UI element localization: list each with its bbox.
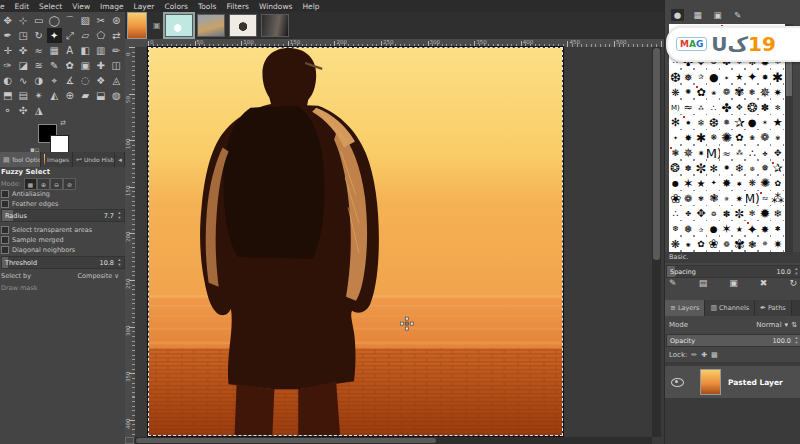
tool-ellipse-select-icon[interactable]: ◯ — [47, 13, 63, 28]
brush-cell[interactable]: ✽ — [720, 206, 733, 221]
brush-cell[interactable]: ✰ — [771, 161, 784, 176]
brush-cell[interactable]: ❆ — [669, 221, 682, 236]
brush-cell[interactable]: ✻ — [669, 115, 682, 130]
tool-tool-41-icon[interactable]: ⬒ — [0, 88, 16, 103]
tool-rotate-icon[interactable]: ↻ — [31, 28, 47, 43]
brush-cell[interactable]: ✹ — [759, 206, 772, 221]
tool-unified-transform-icon[interactable]: ✛ — [0, 43, 16, 58]
dock-menu-button[interactable]: ◂ — [115, 152, 125, 167]
tab-channels[interactable]: ▥Channels — [705, 300, 755, 316]
tool-free-select-icon[interactable]: ⌒ — [62, 13, 78, 28]
mode-switch-icon[interactable]: ⇅ — [791, 321, 797, 329]
tool-color-picker-icon[interactable]: ⌖ — [47, 73, 63, 88]
radius-slider[interactable]: Radius 7.7 ▴▾ — [1, 209, 125, 222]
brush-cell[interactable]: ✿ — [695, 237, 708, 252]
brush-cell[interactable]: M) — [707, 146, 720, 161]
checkbox-icon[interactable] — [1, 236, 9, 244]
tool-paths-edit-icon[interactable]: ❖ — [93, 73, 109, 88]
brush-cell[interactable]: M) — [746, 191, 759, 206]
brush-cell[interactable]: ✸ — [759, 221, 772, 236]
brushes-dialog-icon[interactable]: ● — [671, 9, 684, 21]
refresh-brushes-icon[interactable]: ↻ — [789, 278, 797, 288]
brush-cell[interactable]: ✺ — [720, 130, 733, 145]
brush-cell[interactable]: ✾ — [733, 237, 746, 252]
duplicate-brush-icon[interactable]: ▣ — [729, 278, 738, 288]
brush-cell[interactable]: ✽ — [682, 161, 695, 176]
tool-gegl-icon[interactable]: ◬ — [109, 73, 125, 88]
brush-cell[interactable]: ✼ — [771, 100, 784, 115]
brush-cell[interactable]: ❁ — [720, 85, 733, 100]
lock-position-icon[interactable]: ✚ — [701, 351, 707, 359]
tab-paths[interactable]: ✒Paths — [755, 300, 792, 316]
selection-mode-button-0[interactable]: ▦ — [24, 178, 37, 190]
tool-select-by-color-icon[interactable]: ▧ — [78, 13, 94, 28]
tool-fuzzy-select-icon[interactable]: ✦ — [47, 28, 63, 43]
tool-clone-icon[interactable]: ▣ — [78, 58, 94, 73]
tool-eraser-icon[interactable]: ◪ — [16, 58, 32, 73]
brush-cell[interactable]: ∴ — [746, 146, 759, 161]
tool-scale-icon[interactable]: ⤢ — [62, 28, 78, 43]
tool-tool-44-icon[interactable]: ◭ — [47, 88, 63, 103]
brush-cell[interactable]: ✵ — [759, 237, 772, 252]
brush-cell[interactable]: ❁ — [720, 237, 733, 252]
brush-cell[interactable]: ❋ — [707, 130, 720, 145]
opacity-slider[interactable]: Opacity 100.0 ▴▾ — [666, 334, 800, 347]
tool-tool-42-icon[interactable]: ▤ — [16, 88, 32, 103]
spinner-arrows[interactable]: ▴▾ — [793, 266, 800, 276]
tool-ink-icon[interactable]: ✎ — [47, 58, 63, 73]
brush-cell[interactable]: ❃ — [746, 237, 759, 252]
diagonal-neighbors-checkbox[interactable]: Diagonal neighbors — [1, 246, 75, 254]
menu-windows[interactable]: Windows — [254, 2, 297, 11]
brush-cell[interactable]: ✦ — [746, 70, 759, 85]
image-tab-clouds[interactable] — [197, 14, 225, 37]
tool-handle-transform-icon[interactable]: ✜ — [16, 43, 32, 58]
tab-undo-history[interactable]: ↩ Undo History — [73, 152, 115, 167]
tool-warp-icon[interactable]: ≈ — [31, 43, 47, 58]
brush-cell[interactable]: ⁂ — [733, 146, 746, 161]
draw-mask-button[interactable]: Draw mask — [1, 284, 38, 292]
brush-cell[interactable]: ✵ — [682, 146, 695, 161]
tool-crop-icon[interactable]: ◳ — [16, 28, 32, 43]
menu-file[interactable]: File — [0, 2, 10, 11]
brush-cell[interactable]: ❄ — [771, 206, 784, 221]
brush-cell[interactable]: ❋ — [669, 85, 682, 100]
brush-cell[interactable]: ❆ — [707, 115, 720, 130]
tool-dodge-burn-icon[interactable]: ◑ — [31, 73, 47, 88]
edit-brush-icon[interactable]: ✎ — [669, 278, 677, 288]
quick-mask-toggle[interactable] — [125, 437, 134, 444]
brush-cell[interactable]: M) — [669, 100, 682, 115]
brush-cell[interactable]: ✶ — [720, 221, 733, 236]
brush-cell[interactable]: ✷ — [771, 237, 784, 252]
brush-cell[interactable]: ● — [707, 221, 720, 236]
threshold-slider[interactable]: Threshold 10.8 ▴▾ — [1, 256, 125, 269]
brush-cell[interactable]: ❀ — [707, 237, 720, 252]
brush-cell[interactable]: ✱ — [771, 221, 784, 236]
brush-cell[interactable]: ✶ — [759, 115, 772, 130]
tool-perspective-clone-icon[interactable]: ◫ — [109, 58, 125, 73]
brush-cell[interactable]: ✦ — [669, 130, 682, 145]
brush-cell[interactable]: ★ — [733, 221, 746, 236]
menu-view[interactable]: View — [67, 2, 95, 11]
swap-colors-icon[interactable]: ⇄ — [60, 119, 66, 127]
tool-foreground-select-icon[interactable]: ⊛ — [109, 13, 125, 28]
brush-cell[interactable]: ≈ — [682, 100, 695, 115]
brush-cell[interactable]: ✹ — [720, 161, 733, 176]
brush-cell[interactable]: ❄ — [733, 161, 746, 176]
brush-cell[interactable]: ❅ — [682, 221, 695, 236]
feather-edges-checkbox[interactable]: Feather edges — [1, 200, 58, 208]
brush-cell[interactable]: ✼ — [695, 161, 708, 176]
brush-cell[interactable]: ≈ — [720, 146, 733, 161]
brush-cell[interactable]: ✱ — [695, 130, 708, 145]
select-transparent-checkbox[interactable]: Select transparent areas — [1, 226, 92, 234]
brush-cell[interactable]: ✷ — [695, 146, 708, 161]
brush-cell[interactable]: ✷ — [771, 85, 784, 100]
tool-move-icon[interactable]: ✥ — [0, 13, 16, 28]
brush-cell[interactable]: ✦ — [707, 176, 720, 191]
spacing-slider[interactable]: Spacing 10.0 ▴▾ — [666, 265, 800, 278]
tool-flip-icon[interactable]: ⇄ — [109, 28, 125, 43]
checkbox-icon[interactable] — [1, 200, 9, 208]
gradients-dialog-icon[interactable]: ▣ — [711, 9, 724, 21]
brush-cell[interactable]: ✰ — [733, 115, 746, 130]
brush-cell[interactable]: ❅ — [682, 70, 695, 85]
brush-cell[interactable]: ✾ — [771, 130, 784, 145]
